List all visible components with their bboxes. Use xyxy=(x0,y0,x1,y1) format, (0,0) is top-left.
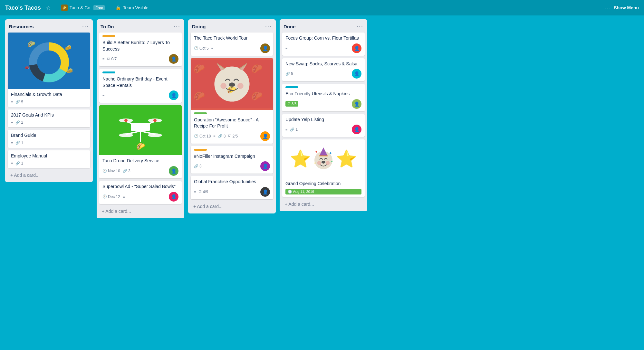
svg-text:🌮: 🌮 xyxy=(27,40,35,48)
column-header-resources: Resources ··· xyxy=(8,22,90,33)
card-grand-opening[interactable]: ⭐ xyxy=(282,139,365,197)
card-superbowl[interactable]: Superbowl Ad - "Super Salad Bowls" 🕐 Dec… xyxy=(99,181,182,204)
avatar-truck-tour: 👤 xyxy=(260,43,270,53)
card-meta-brand: ≡ 🔗 1 xyxy=(11,141,87,145)
card-birthday[interactable]: Nacho Ordinary Birthday - Event Space Re… xyxy=(99,69,182,103)
board-title: Taco's Tacos xyxy=(5,5,41,11)
card-label-awesome xyxy=(194,112,207,114)
meta-date-awesome: 🕐 Oct 18 xyxy=(194,134,211,138)
card-burrito[interactable]: Build A Better Burrito: 7 Layers To Succ… xyxy=(99,33,182,66)
card-body-brand: Brand Guide ≡ 🔗 1 xyxy=(8,130,90,148)
svg-point-37 xyxy=(237,83,244,89)
meta-check-awesome: ☑ 2/5 xyxy=(228,134,238,138)
card-meta-goals: ≡ 🔗 2 xyxy=(11,120,87,125)
column-header-todo: To Do ··· xyxy=(99,22,182,33)
avatar-awesome-sauce: 👤 xyxy=(260,131,270,141)
card-body-awesome-sauce: Operation "Awesome Sauce" - A Recipe For… xyxy=(191,110,273,144)
card-meta-birthday: ≡ xyxy=(102,93,104,97)
meta-desc-goals: ≡ xyxy=(11,120,13,124)
meta-attach-drone: 🔗 3 xyxy=(123,169,130,173)
card-title-utensils: Eco Friendly Utensils & Napkins xyxy=(285,91,361,97)
meta-attach-manual: 🔗 1 xyxy=(15,161,23,166)
card-body-yelp: Update Yelp Listing ≡ 🔗 1 👤 xyxy=(282,114,365,137)
card-title-instagram: #NoFiller Instagram Campaign xyxy=(194,153,270,160)
card-title-financials: Financials & Growth Data xyxy=(11,91,87,98)
card-financials[interactable]: 🌮 🧀 🚗 🧀 xyxy=(8,33,90,107)
card-label-utensils xyxy=(285,86,298,88)
card-manual[interactable]: Employee Manual ≡ 🔗 1 xyxy=(8,150,90,168)
board: Resources ··· 🌮 🧀 🚗 🧀 xyxy=(0,15,644,222)
org-name: Taco & Co. xyxy=(70,5,91,10)
svg-point-47 xyxy=(332,161,333,162)
card-awesome-sauce[interactable]: 🌮 🌮 🌮 🌮 xyxy=(191,58,273,144)
card-title-yelp: Update Yelp Listing xyxy=(285,117,361,123)
card-utensils[interactable]: Eco Friendly Utensils & Napkins ☑ 3/3 👤 xyxy=(282,84,365,111)
card-swag[interactable]: New Swag: Socks, Scarves & Salsa 🔗 5 👤 xyxy=(282,58,365,81)
column-todo: To Do ··· Build A Better Burrito: 7 Laye… xyxy=(97,19,184,218)
card-body-burrito: Build A Better Burrito: 7 Layers To Succ… xyxy=(99,33,182,66)
card-title-drone: Taco Drone Delivery Service xyxy=(102,158,178,164)
card-title-burrito: Build A Better Burrito: 7 Layers To Succ… xyxy=(102,40,178,52)
card-drone[interactable]: 🌮 Taco Drone Delivery Service 🕐 Nov 10 🔗… xyxy=(99,105,182,178)
column-menu-todo[interactable]: ··· xyxy=(174,23,180,30)
card-meta-truck-tour: 🕐 Oct 5 ≡ xyxy=(194,46,213,51)
column-title-todo: To Do xyxy=(101,24,114,29)
visibility-section[interactable]: 🔒 Team Visible xyxy=(115,5,148,10)
card-body-goals: 2017 Goals And KPIs ≡ 🔗 2 xyxy=(8,109,90,128)
meta-desc-awesome: ≡ xyxy=(213,134,215,138)
card-title-superbowl: Superbowl Ad - "Super Salad Bowls" xyxy=(102,184,178,190)
card-title-manual: Employee Manual xyxy=(11,153,87,159)
card-yelp[interactable]: Update Yelp Listing ≡ 🔗 1 👤 xyxy=(282,114,365,137)
svg-text:🌮: 🌮 xyxy=(251,63,263,74)
column-title-resources: Resources xyxy=(9,24,34,29)
column-menu-doing[interactable]: ··· xyxy=(265,23,272,30)
card-title-franchise: Global Franchise Opportunities xyxy=(194,179,270,185)
header: Taco's Tacos ☆ 🌮 Taco & Co. Free 🔒 Team … xyxy=(0,0,644,15)
celebration-image: ⭐ xyxy=(282,139,365,178)
svg-point-18 xyxy=(148,133,162,137)
avatar-burrito: 👤 xyxy=(169,54,178,64)
card-meta-drone: 🕐 Nov 10 🔗 3 xyxy=(102,169,130,173)
org-section: 🌮 Taco & Co. Free xyxy=(61,5,105,11)
add-card-doing[interactable]: + Add a card... xyxy=(191,202,273,211)
meta-desc-truck-tour: ≡ xyxy=(211,46,213,50)
svg-point-42 xyxy=(317,161,321,165)
column-menu-resources[interactable]: ··· xyxy=(82,23,89,30)
column-menu-done[interactable]: ··· xyxy=(357,23,363,30)
card-franchise[interactable]: Global Franchise Opportunities ≡ ☑ 4/9 👤 xyxy=(191,176,273,199)
free-badge: Free xyxy=(93,5,105,10)
avatar-franchise: 👤 xyxy=(260,187,270,197)
card-instagram[interactable]: #NoFiller Instagram Campaign 🔗 3 👤 xyxy=(191,146,273,174)
svg-text:🌮: 🌮 xyxy=(194,90,205,101)
show-menu-button[interactable]: Show Menu xyxy=(614,5,639,10)
avatar-superbowl: 👤 xyxy=(169,192,178,202)
card-title-swag: New Swag: Socks, Scarves & Salsa xyxy=(285,61,361,67)
lock-icon: 🔒 xyxy=(115,5,121,10)
card-body-birthday: Nacho Ordinary Birthday - Event Space Re… xyxy=(99,69,182,103)
card-truck-tour[interactable]: The Taco Truck World Tour 🕐 Oct 5 ≡ 👤 xyxy=(191,33,273,56)
card-meta-instagram: 🔗 3 xyxy=(194,164,202,168)
column-done: Done ··· Focus Group: Corn vs. Flour Tor… xyxy=(280,19,367,211)
meta-check-franchise: ☑ 4/9 xyxy=(198,190,208,194)
drone-image: 🌮 xyxy=(99,105,182,155)
card-goals[interactable]: 2017 Goals And KPIs ≡ 🔗 2 xyxy=(8,109,90,128)
header-divider-2 xyxy=(110,4,110,12)
svg-point-45 xyxy=(330,152,331,154)
add-card-resources[interactable]: + Add a card... xyxy=(8,171,90,180)
meta-date-superbowl: 🕐 Dec 12 xyxy=(102,194,120,199)
add-card-done[interactable]: + Add a card... xyxy=(282,200,365,209)
card-focus-group[interactable]: Focus Group: Corn vs. Flour Tortillas ≡ … xyxy=(282,33,365,56)
star-icon[interactable]: ☆ xyxy=(46,5,51,11)
card-meta-financials: ≡ 🔗 5 xyxy=(11,100,87,104)
card-label-instagram xyxy=(194,149,207,151)
header-dots-icon[interactable]: ··· xyxy=(604,5,611,11)
card-title-goals: 2017 Goals And KPIs xyxy=(11,112,87,118)
svg-text:🌮: 🌮 xyxy=(251,90,263,101)
card-meta-awesome-sauce: 🕐 Oct 18 ≡ 🔗 3 ☑ 2/5 xyxy=(194,134,238,138)
card-brand[interactable]: Brand Guide ≡ 🔗 1 xyxy=(8,130,90,148)
column-doing: Doing ··· The Taco Truck World Tour 🕐 Oc… xyxy=(188,19,276,213)
meta-attach-awesome: 🔗 3 xyxy=(218,134,226,138)
svg-point-20 xyxy=(153,119,157,122)
card-body-instagram: #NoFiller Instagram Campaign 🔗 3 👤 xyxy=(191,146,273,174)
add-card-todo[interactable]: + Add a card... xyxy=(99,207,182,216)
